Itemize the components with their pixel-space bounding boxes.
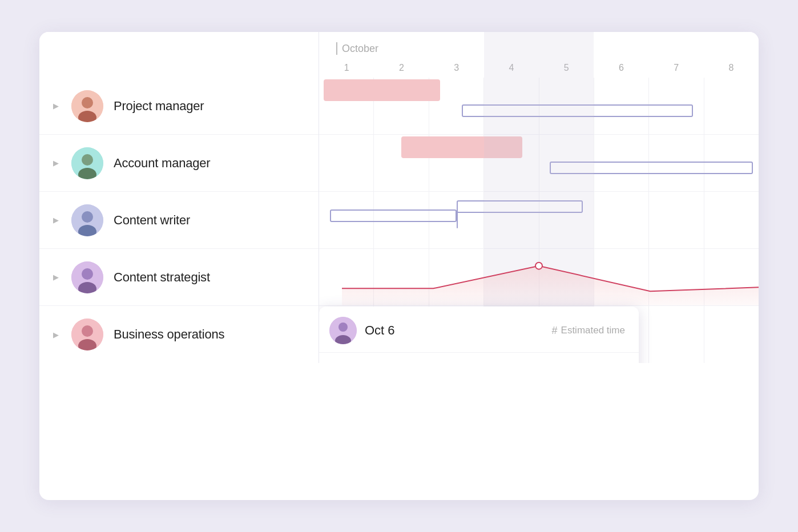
svg-point-4	[82, 154, 93, 166]
svg-point-7	[82, 211, 93, 223]
person-name-am: Account manager	[114, 156, 210, 171]
person-name-bo: Business operations	[114, 327, 224, 342]
svg-point-10	[82, 268, 93, 280]
week-7: 7	[649, 63, 704, 73]
main-card: ▶ Project manager ▶	[39, 32, 759, 500]
tooltip-row-launch: Website launch 30h 20m	[319, 353, 639, 363]
week-numbers: 1 2 3 4 5 6 7 8	[319, 63, 759, 73]
gantt-row-cs: Oct 6 # Estimated time Website launc	[319, 249, 759, 306]
tooltip-date: Oct 6	[365, 323, 395, 338]
chevron-icon-bo: ▶	[53, 331, 59, 339]
bar-am-filled	[401, 136, 522, 158]
tooltip-left: Oct 6	[329, 317, 395, 344]
person-name-cw: Content writer	[114, 213, 190, 228]
week-3: 3	[429, 63, 484, 73]
tooltip-avatar	[329, 317, 357, 344]
cs-line-chart	[319, 249, 759, 305]
gantt-header: October 1 2 3 4 5 6 7 8	[319, 32, 759, 78]
tooltip: Oct 6 # Estimated time Website launc	[319, 307, 639, 363]
avatar-bo	[71, 319, 103, 350]
tooltip-header: Oct 6 # Estimated time	[319, 307, 639, 353]
bar-am-outline	[550, 162, 753, 174]
person-name-cs: Content strategist	[114, 270, 210, 285]
month-label: October	[336, 42, 378, 55]
bar-pm-filled	[324, 79, 440, 101]
hash-icon: #	[552, 325, 558, 337]
gantt-panel: October 1 2 3 4 5 6 7 8	[319, 32, 759, 363]
tooltip-estimated-label: Estimated time	[561, 325, 625, 336]
bar-pm-outline	[462, 104, 692, 117]
person-row-cs[interactable]: ▶ Content strategist	[39, 249, 319, 306]
person-row-pm[interactable]: ▶ Project manager	[39, 78, 319, 135]
svg-point-17	[338, 323, 348, 332]
tooltip-right: # Estimated time	[552, 325, 625, 337]
person-row-bo[interactable]: ▶ Business operations	[39, 306, 319, 363]
svg-point-13	[82, 325, 93, 337]
gantt-rows: Oct 6 # Estimated time Website launc	[319, 78, 759, 363]
month-text: October	[342, 43, 378, 55]
week-8: 8	[704, 63, 759, 73]
person-name-pm: Project manager	[114, 99, 204, 114]
person-row-cw[interactable]: ▶ Content writer	[39, 192, 319, 249]
bar-cw-step1	[330, 209, 456, 222]
week-1: 1	[319, 63, 374, 73]
bar-cw-connector	[457, 207, 458, 228]
person-row-am[interactable]: ▶ Account manager	[39, 135, 319, 192]
avatar-pm	[71, 90, 103, 122]
gantt-row-pm	[319, 78, 759, 135]
bar-cw-step2	[457, 200, 583, 213]
week-4: 4	[484, 63, 539, 73]
week-2: 2	[374, 63, 429, 73]
month-divider	[336, 42, 337, 55]
svg-point-1	[82, 97, 93, 108]
avatar-cw	[71, 204, 103, 236]
chevron-icon-cw: ▶	[53, 216, 59, 224]
gantt-row-cw	[319, 192, 759, 249]
chart-area: ▶ Project manager ▶	[39, 32, 759, 363]
people-list: ▶ Project manager ▶	[39, 32, 319, 363]
avatar-am	[71, 147, 103, 179]
chevron-icon-pm: ▶	[53, 102, 59, 110]
chevron-icon-cs: ▶	[53, 273, 59, 281]
gantt-row-am	[319, 135, 759, 192]
week-5: 5	[539, 63, 594, 73]
avatar-cs	[71, 261, 103, 293]
svg-point-15	[535, 263, 542, 269]
week-6: 6	[594, 63, 648, 73]
chevron-icon-am: ▶	[53, 159, 59, 167]
